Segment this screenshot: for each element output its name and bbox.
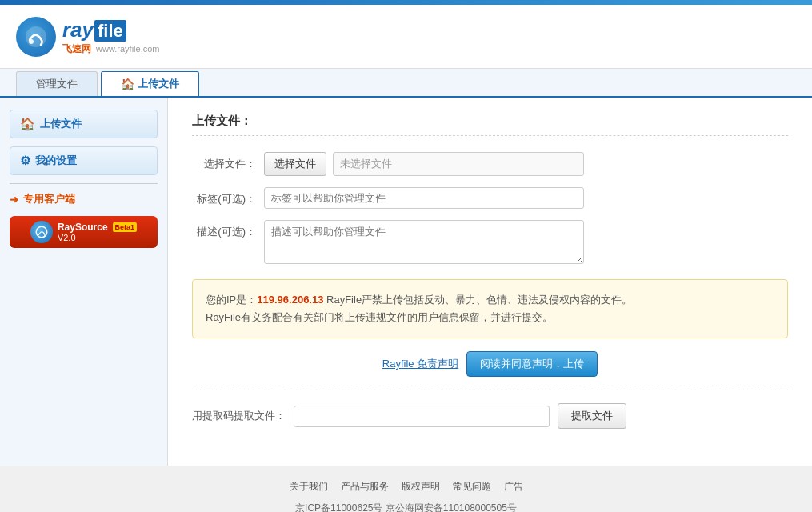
brand-name: rayfile xyxy=(62,18,160,42)
raysource-button[interactable]: RaySource Beta1 V2.0 xyxy=(10,216,158,248)
content-area: 上传文件： 选择文件： 选择文件 未选择文件 标签(可选)： 描述(可选)： xyxy=(168,98,812,466)
tag-input[interactable] xyxy=(264,187,584,209)
notice-prefix: 您的IP是： xyxy=(206,294,257,306)
tag-row: 标签(可选)： xyxy=(192,187,788,209)
desc-field xyxy=(264,220,584,266)
footer-link-products[interactable]: 产品与服务 xyxy=(341,478,389,496)
footer-link-about[interactable]: 关于我们 xyxy=(290,478,328,496)
home-icon: 🏠 xyxy=(121,78,134,90)
raysource-badge: Beta1 xyxy=(113,222,138,232)
main-layout: 🏠 上传文件 ⚙ 我的设置 ➜ 专用客户端 RaySource Beta1 xyxy=(0,98,812,466)
footer-icp: 京ICP备11000625号 京公海网安备110108000505号 xyxy=(16,499,796,512)
file-input-row: 选择文件 未选择文件 xyxy=(264,152,584,176)
raysource-logo xyxy=(30,221,53,243)
upload-file-button[interactable]: 🏠 上传文件 xyxy=(10,110,158,138)
notice-line1: 您的IP是：119.96.206.13 RayFile严禁上传包括反动、暴力、色… xyxy=(206,291,774,309)
logo-icon xyxy=(16,17,56,57)
logo-name: rayfile 飞速网 www.rayfile.com xyxy=(62,18,160,56)
sidebar-section-title: ➜ 专用客户端 xyxy=(10,192,158,206)
retrieve-input[interactable] xyxy=(294,406,550,427)
upload-btn-label: 上传文件 xyxy=(40,117,82,131)
desc-label: 描述(可选)： xyxy=(192,220,264,239)
logo-tagline: 飞速网 www.rayfile.com xyxy=(62,42,160,56)
settings-icon: ⚙ xyxy=(20,154,30,168)
header: rayfile 飞速网 www.rayfile.com xyxy=(0,5,812,69)
section-title-label: 专用客户端 xyxy=(23,192,75,206)
footer-link-ads[interactable]: 广告 xyxy=(504,478,523,496)
page-title: 上传文件： xyxy=(192,114,788,136)
footer-link-faq[interactable]: 常见问题 xyxy=(453,478,491,496)
svg-point-1 xyxy=(29,39,34,44)
settings-btn-label: 我的设置 xyxy=(35,154,77,168)
tag-field xyxy=(264,187,584,209)
upload-agree-button[interactable]: 阅读并同意声明，上传 xyxy=(466,351,598,377)
retrieve-label: 用提取码提取文件： xyxy=(192,409,286,423)
notice-ip: 119.96.206.13 xyxy=(257,294,323,306)
raysource-text-group: RaySource Beta1 V2.0 xyxy=(58,222,137,242)
tab-upload-label: 上传文件 xyxy=(138,77,179,91)
raysource-version: V2.0 xyxy=(58,233,137,242)
sidebar-divider xyxy=(10,183,158,184)
file-field: 选择文件 未选择文件 xyxy=(264,152,584,176)
file-row: 选择文件： 选择文件 未选择文件 xyxy=(192,152,788,176)
upload-icon: 🏠 xyxy=(20,117,35,131)
tag-label: 标签(可选)： xyxy=(192,187,264,206)
sidebar: 🏠 上传文件 ⚙ 我的设置 ➜ 专用客户端 RaySource Beta1 xyxy=(0,98,168,466)
retrieve-row: 用提取码提取文件： 提取文件 xyxy=(192,403,788,429)
agreement-row: Rayfile 免责声明 阅读并同意声明，上传 xyxy=(192,351,788,377)
settings-button[interactable]: ⚙ 我的设置 xyxy=(10,146,158,175)
logo: rayfile 飞速网 www.rayfile.com xyxy=(16,17,160,57)
svg-point-0 xyxy=(26,26,46,47)
notice-suffix: RayFile严禁上传包括反动、暴力、色情、违法及侵权内容的文件。 xyxy=(323,294,632,306)
agreement-link[interactable]: Rayfile 免责声明 xyxy=(382,357,458,371)
tab-manage-files[interactable]: 管理文件 xyxy=(16,71,98,96)
footer-link-copyright[interactable]: 版权声明 xyxy=(402,478,440,496)
logo-site: www.rayfile.com xyxy=(96,44,159,54)
notice-box: 您的IP是：119.96.206.13 RayFile严禁上传包括反动、暴力、色… xyxy=(192,279,788,338)
file-label: 选择文件： xyxy=(192,152,264,171)
nav-tabs: 管理文件 🏠 上传文件 xyxy=(0,69,812,98)
tab-manage-label: 管理文件 xyxy=(36,77,78,91)
retrieve-button[interactable]: 提取文件 xyxy=(558,403,626,429)
arrow-icon: ➜ xyxy=(10,194,18,206)
raysource-label: RaySource xyxy=(58,222,108,233)
desc-textarea[interactable] xyxy=(264,220,584,264)
footer-links: 关于我们 产品与服务 版权声明 常见问题 广告 xyxy=(16,478,796,496)
choose-file-button[interactable]: 选择文件 xyxy=(264,152,326,176)
raysource-inner: RaySource Beta1 V2.0 xyxy=(30,221,137,243)
desc-row: 描述(可选)： xyxy=(192,220,788,266)
file-name-display: 未选择文件 xyxy=(333,152,584,176)
separator xyxy=(192,390,788,390)
footer: 关于我们 产品与服务 版权声明 常见问题 广告 京ICP备11000625号 京… xyxy=(0,466,812,512)
tab-upload-files[interactable]: 🏠 上传文件 xyxy=(101,71,199,96)
notice-line2: RayFile有义务配合有关部门将上传违规文件的用户信息保留，并进行提交。 xyxy=(206,309,774,326)
